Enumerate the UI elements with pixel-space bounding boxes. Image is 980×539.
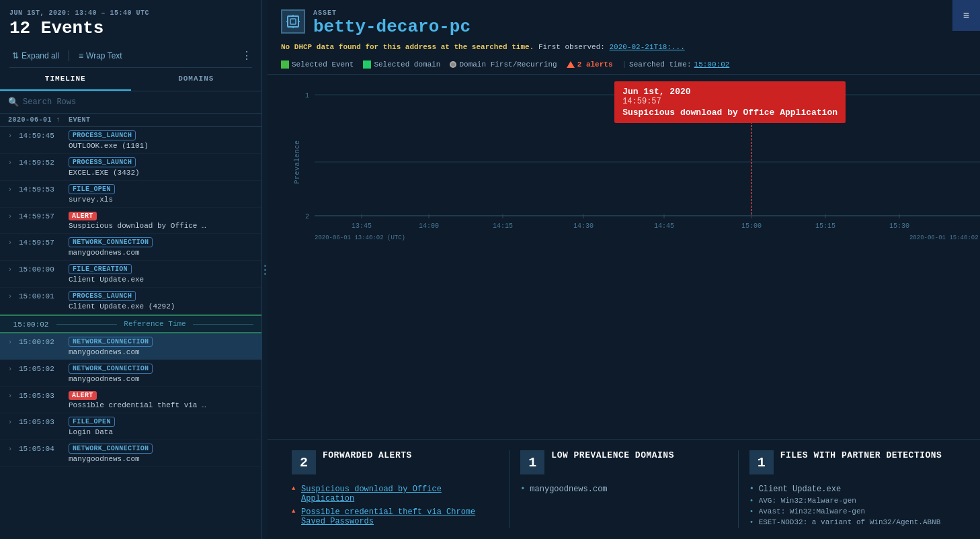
event-row[interactable]: › 14:59:45 PROCESS_LAUNCH OUTLOOK.exe (1… <box>0 127 261 154</box>
resize-handle[interactable] <box>262 0 268 539</box>
expand-arrow: › <box>8 419 15 426</box>
wrap-text-label: Wrap Text <box>86 51 122 60</box>
event-row[interactable]: › 15:05:03 FILE_OPEN Login Data <box>0 413 261 440</box>
event-badge: PROCESS_LAUNCH <box>69 291 136 301</box>
event-badge: ALERT <box>69 212 97 220</box>
event-time: 15:05:03 <box>19 418 65 426</box>
alerts-icon <box>567 61 575 68</box>
filter-button[interactable]: ≡ <box>952 0 980 31</box>
toolbar-divider <box>69 50 69 61</box>
event-row[interactable]: › 15:05:02 NETWORK_CONNECTION manygoodne… <box>0 360 261 387</box>
event-time: 15:05:02 <box>19 365 65 373</box>
card-0: 2 FORWARDED ALERTS Suspicious download b… <box>281 450 509 528</box>
event-detail: manygoodnews.com <box>69 249 253 257</box>
asset-icon <box>281 9 305 34</box>
event-time: 14:59:57 <box>19 212 65 220</box>
tab-domains[interactable]: DOMAINS <box>131 68 262 91</box>
event-row[interactable]: › 15:00:00 FILE_CREATION Client Update.e… <box>0 261 261 288</box>
ref-line-right <box>193 324 253 325</box>
event-badge: ALERT <box>69 391 97 400</box>
reference-row: 15:00:02 Reference Time <box>0 315 261 333</box>
expand-arrow: › <box>8 266 15 274</box>
ref-time: 15:00:02 <box>8 321 54 329</box>
column-headers: 2020-06-01 ↑ EVENT <box>0 114 261 127</box>
legend-selected-domain: Selected domain <box>363 60 440 69</box>
event-time: 15:00:01 <box>19 292 65 300</box>
event-content: NETWORK_CONNECTION manygoodnews.com <box>69 444 253 463</box>
searched-time-value[interactable]: 15:00:02 <box>694 60 730 69</box>
event-content: ALERT Suspicious download by Office … <box>69 211 253 230</box>
svg-text:14:30: 14:30 <box>573 222 594 230</box>
svg-text:1: 1 <box>305 92 309 99</box>
tab-timeline[interactable]: TIMELINE <box>0 68 131 91</box>
svg-text:13:45: 13:45 <box>352 222 372 230</box>
event-detail: OUTLOOK.exe (1101) <box>69 142 253 150</box>
event-row[interactable]: › 15:05:04 NETWORK_CONNECTION manygoodne… <box>0 440 261 467</box>
tooltip-time: 14:59:57 <box>622 97 838 106</box>
expand-arrow: › <box>8 339 15 346</box>
card-title: FILES WITH PARTNER DETECTIONS <box>780 450 942 462</box>
expand-arrow: › <box>8 186 15 194</box>
event-detail: Possible credential theft via … <box>69 401 253 409</box>
alert-link[interactable]: Possible credential theft via Chrome Sav… <box>301 507 475 526</box>
expand-arrow: › <box>8 446 15 453</box>
event-content: FILE_CREATION Client Update.exe <box>69 264 253 284</box>
event-detail: survey.xls <box>69 196 253 204</box>
card-number: 2 <box>292 450 316 474</box>
event-badge: FILE_OPEN <box>69 184 115 194</box>
events-count: 12 Events <box>9 18 252 38</box>
svg-text:15:30: 15:30 <box>889 222 909 230</box>
event-detail: Client Update.exe <box>69 276 253 284</box>
alert-link[interactable]: Suspicious download by Office Applicatio… <box>301 485 442 503</box>
tooltip-date: Jun 1st, 2020 <box>622 87 838 97</box>
selected-event-icon <box>281 60 289 69</box>
event-time: 14:59:45 <box>19 132 65 140</box>
filter-icon: ≡ <box>963 9 969 21</box>
svg-text:2: 2 <box>305 213 309 220</box>
right-header: ASSET betty-decaro-pc No DHCP data found… <box>268 0 980 75</box>
event-row[interactable]: › 14:59:57 NETWORK_CONNECTION manygoodne… <box>0 234 261 261</box>
card-list: Client Update.exeAVG: Win32:Malware-genA… <box>749 483 956 528</box>
event-detail: Login Data <box>69 428 253 436</box>
event-badge: PROCESS_LAUNCH <box>69 130 136 140</box>
event-row[interactable]: › 14:59:53 FILE_OPEN survey.xls <box>0 181 261 208</box>
asset-name: betty-decaro-pc <box>313 17 471 38</box>
expand-arrow: › <box>8 293 15 300</box>
event-badge: FILE_CREATION <box>69 264 132 274</box>
event-detail: manygoodnews.com <box>69 375 253 383</box>
svg-rect-0 <box>288 16 298 27</box>
event-row[interactable]: › 14:59:52 PROCESS_LAUNCH EXCEL.EXE (343… <box>0 154 261 181</box>
svg-text:14:45: 14:45 <box>654 222 674 230</box>
event-time: 15:05:04 <box>19 445 65 453</box>
event-content: FILE_OPEN Login Data <box>69 417 253 436</box>
event-row[interactable]: › 15:00:01 PROCESS_LAUNCH Client Update.… <box>0 288 261 315</box>
search-input[interactable] <box>23 97 253 107</box>
svg-text:2020-06-01 15:40:02 (UTC): 2020-06-01 15:40:02 (UTC) <box>909 235 980 241</box>
expand-all-button[interactable]: ⇅ Expand all <box>9 50 62 62</box>
wrap-icon: ≡ <box>79 51 83 60</box>
card-title: LOW PREVALENCE DOMAINS <box>551 450 674 462</box>
event-row[interactable]: › 15:05:03 ALERT Possible credential the… <box>0 387 261 413</box>
ref-label: Reference Time <box>120 320 190 328</box>
chart-tooltip: Jun 1st, 2020 14:59:57 Suspicious downlo… <box>614 81 846 123</box>
card-header: 2 FORWARDED ALERTS <box>292 450 498 474</box>
event-detail: EXCEL.EXE (3432) <box>69 169 253 177</box>
card-alert-item: Suspicious download by Office Applicatio… <box>292 483 498 505</box>
chart-area: Prevalence Jun 1st, 2020 14:59:57 Suspic… <box>294 75 980 249</box>
expand-arrow: › <box>8 366 15 373</box>
card-list-item: manygoodnews.com <box>520 483 727 496</box>
card-sub-item: Avast: Win32:Malware-gen <box>749 507 956 517</box>
more-button[interactable]: ⋮ <box>241 49 252 62</box>
card-list: Suspicious download by Office Applicatio… <box>292 483 498 528</box>
card-number: 1 <box>520 450 544 474</box>
event-content: NETWORK_CONNECTION manygoodnews.com <box>69 237 253 257</box>
search-bar: 🔍 <box>0 91 261 114</box>
svg-text:15:00: 15:00 <box>741 222 762 230</box>
event-row[interactable]: › 15:00:02 NETWORK_CONNECTION manygoodne… <box>0 333 261 360</box>
resize-dot-1 <box>264 265 266 267</box>
wrap-text-button[interactable]: ≡ Wrap Text <box>76 50 125 62</box>
expand-arrow: › <box>8 392 15 400</box>
dhcp-link[interactable]: 2020-02-21T18:... <box>610 43 685 51</box>
event-row[interactable]: › 14:59:57 ALERT Suspicious download by … <box>0 208 261 234</box>
svg-text:14:15: 14:15 <box>493 222 513 230</box>
